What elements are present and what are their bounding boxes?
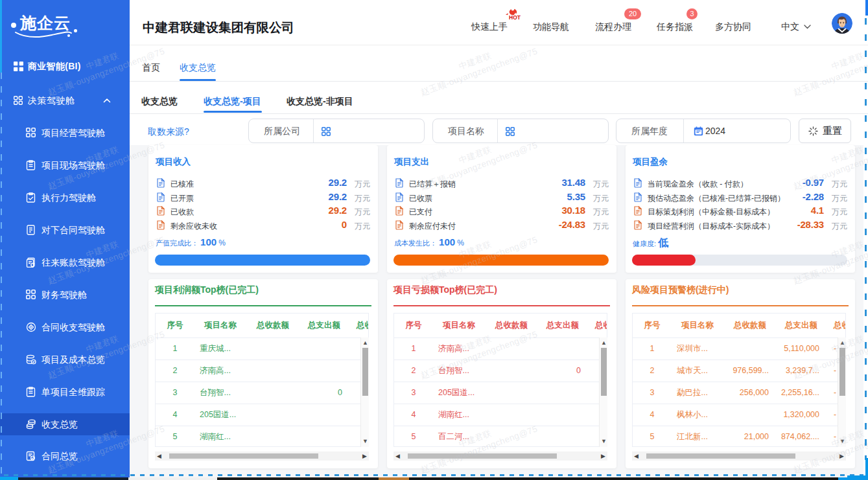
svg-text:HOT: HOT xyxy=(509,14,521,20)
